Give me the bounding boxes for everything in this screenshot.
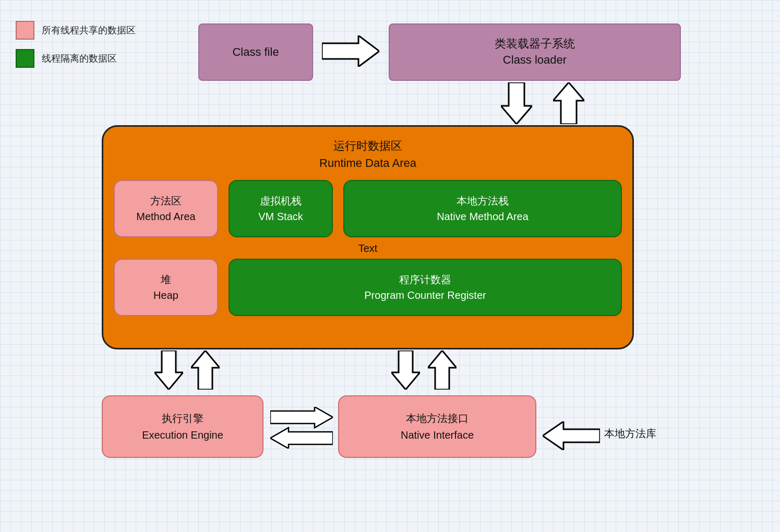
execution-engine-text: 执行引擎 Execution Engine (142, 410, 223, 443)
inner-boxes-bottom-row: 堆 Heap 程序计数器 Program Counter Register (114, 259, 622, 316)
legend-isolated-box (16, 49, 34, 68)
class-file-text: Class file (232, 44, 279, 61)
method-area-text: 方法区 Method Area (136, 193, 195, 224)
arrows-exec-native (270, 407, 333, 449)
heap-box: 堆 Heap (114, 259, 218, 316)
native-lib-label: 本地方法库 (604, 427, 656, 441)
legend: 所有线程共享的数据区 线程隔离的数据区 (16, 21, 136, 77)
svg-marker-8 (270, 428, 333, 449)
native-method-area-text: 本地方法栈 Native Method Area (437, 193, 529, 224)
arrow-classfile-to-classloader (322, 35, 379, 67)
legend-shared-box (16, 21, 34, 40)
inner-boxes-top-row: 方法区 Method Area 虚拟机栈 VM Stack 本地方法栈 Nati… (114, 180, 622, 237)
arrow-down-exec (154, 350, 183, 390)
native-interface-text: 本地方法接口 Native Interface (401, 410, 474, 443)
svg-marker-0 (322, 35, 379, 67)
program-counter-box: 程序计数器 Program Counter Register (229, 259, 622, 316)
native-interface-box: 本地方法接口 Native Interface (338, 395, 536, 458)
class-loader-text: 类装载器子系统 Class loader (495, 36, 575, 68)
svg-marker-3 (154, 350, 183, 390)
heap-text: 堆 Heap (153, 272, 178, 303)
method-area-box: 方法区 Method Area (114, 180, 218, 237)
svg-marker-9 (543, 421, 600, 450)
arrow-up-native (428, 350, 457, 390)
svg-marker-2 (553, 82, 584, 124)
class-file-box: Class file (198, 23, 313, 81)
legend-isolated-label: 线程隔离的数据区 (42, 52, 117, 65)
program-counter-text: 程序计数器 Program Counter Register (364, 272, 486, 303)
arrow-down-native (391, 350, 420, 390)
class-loader-box: 类装载器子系统 Class loader (389, 23, 681, 81)
vm-stack-box: 虚拟机栈 VM Stack (229, 180, 333, 237)
vm-stack-text: 虚拟机栈 VM Stack (258, 193, 303, 224)
arrow-up-to-classloader (553, 82, 584, 124)
legend-shared-label: 所有线程共享的数据区 (42, 24, 136, 37)
native-method-area-box: 本地方法栈 Native Method Area (343, 180, 622, 237)
svg-marker-5 (391, 350, 420, 390)
runtime-title: 运行时数据区 Runtime Data Area (114, 137, 622, 172)
execution-engine-box: 执行引擎 Execution Engine (102, 395, 263, 458)
arrow-left-native-lib (543, 421, 600, 450)
runtime-data-area: 运行时数据区 Runtime Data Area 方法区 Method Area… (102, 125, 634, 349)
arrow-up-exec (191, 350, 220, 390)
svg-marker-7 (270, 407, 333, 428)
arrow-down-from-classloader (501, 82, 532, 124)
svg-marker-1 (501, 82, 532, 124)
text-label: Text (114, 243, 622, 255)
svg-marker-6 (428, 350, 457, 390)
legend-shared: 所有线程共享的数据区 (16, 21, 136, 40)
legend-isolated: 线程隔离的数据区 (16, 49, 136, 68)
svg-marker-4 (191, 350, 220, 390)
